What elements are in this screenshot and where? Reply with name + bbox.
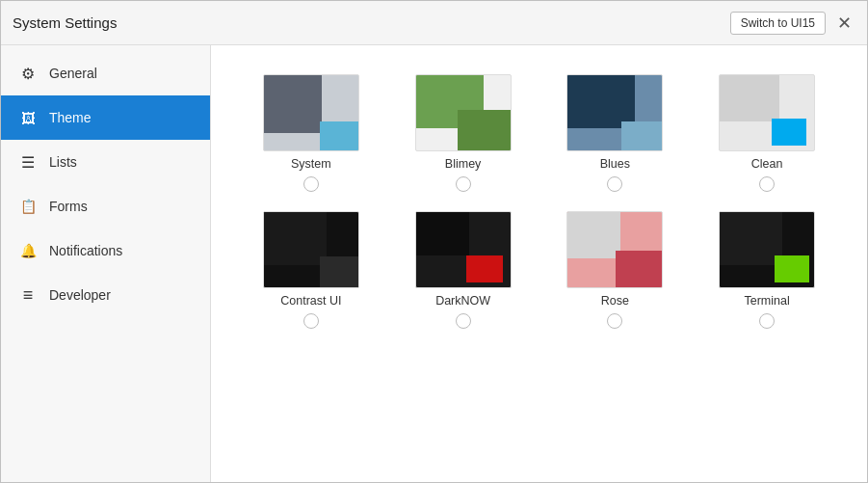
theme-name-darknow: DarkNOW (435, 294, 490, 308)
sidebar-label-general: General (49, 66, 97, 81)
main-content: General Theme Lists Forms Notifications … (1, 45, 867, 482)
theme-preview-darknow (415, 211, 512, 288)
theme-preview-system (263, 74, 359, 151)
theme-radio-blues[interactable] (607, 176, 622, 192)
close-button[interactable]: ✕ (833, 14, 855, 32)
theme-name-terminal: Terminal (745, 294, 790, 308)
sidebar-item-developer[interactable]: Developer (1, 273, 210, 317)
theme-radio-rose[interactable] (607, 313, 622, 329)
sidebar-item-theme[interactable]: Theme (1, 95, 210, 140)
theme-radio-system[interactable] (303, 176, 319, 192)
sidebar: General Theme Lists Forms Notifications … (1, 45, 211, 482)
theme-preview-terminal (719, 211, 815, 288)
theme-icon (18, 108, 38, 127)
theme-option-contrast[interactable]: Contrast UI (250, 211, 373, 329)
sidebar-label-theme: Theme (49, 110, 92, 125)
forms-icon (18, 197, 38, 216)
theme-option-system[interactable]: System (250, 74, 373, 192)
theme-option-clean[interactable]: Clean (705, 74, 829, 192)
theme-preview-blimey (415, 74, 512, 151)
sidebar-label-forms: Forms (49, 199, 88, 214)
theme-name-rose: Rose (601, 294, 629, 308)
sidebar-item-notifications[interactable]: Notifications (1, 228, 210, 273)
theme-radio-darknow[interactable] (456, 313, 471, 329)
theme-option-terminal[interactable]: Terminal (705, 211, 829, 329)
theme-name-clean: Clean (751, 157, 783, 171)
theme-preview-contrast (263, 211, 359, 288)
switch-ui-button[interactable]: Switch to UI15 (730, 12, 826, 35)
theme-radio-blimey[interactable] (456, 176, 471, 192)
theme-name-blues: Blues (600, 157, 630, 171)
titlebar-actions: Switch to UI15 ✕ (730, 12, 855, 35)
theme-preview-clean (719, 74, 815, 151)
system-settings-window: System Settings Switch to UI15 ✕ General… (0, 0, 868, 483)
sidebar-item-general[interactable]: General (1, 51, 210, 95)
theme-preview-rose (566, 211, 663, 288)
sidebar-label-notifications: Notifications (49, 243, 122, 258)
theme-grid: System Blimey Blues Cle (250, 74, 829, 329)
theme-option-darknow[interactable]: DarkNOW (402, 211, 525, 329)
lists-icon (18, 152, 38, 172)
theme-option-rose[interactable]: Rose (554, 211, 677, 329)
theme-option-blues[interactable]: Blues (554, 74, 677, 192)
sidebar-item-lists[interactable]: Lists (1, 140, 210, 184)
sidebar-item-forms[interactable]: Forms (1, 184, 210, 228)
gear-icon (18, 64, 38, 83)
theme-radio-terminal[interactable] (759, 313, 775, 329)
theme-name-system: System (291, 157, 331, 171)
developer-icon (18, 285, 38, 305)
theme-radio-clean[interactable] (759, 176, 775, 192)
theme-preview-blues (566, 74, 663, 151)
theme-name-blimey: Blimey (445, 157, 482, 171)
theme-option-blimey[interactable]: Blimey (402, 74, 525, 192)
theme-panel: System Blimey Blues Cle (211, 45, 867, 482)
titlebar: System Settings Switch to UI15 ✕ (1, 1, 867, 45)
sidebar-label-lists: Lists (49, 154, 77, 170)
sidebar-label-developer: Developer (49, 287, 111, 303)
theme-name-contrast: Contrast UI (280, 294, 341, 308)
notifications-icon (18, 241, 38, 260)
theme-radio-contrast[interactable] (303, 313, 319, 329)
window-title: System Settings (13, 14, 117, 31)
